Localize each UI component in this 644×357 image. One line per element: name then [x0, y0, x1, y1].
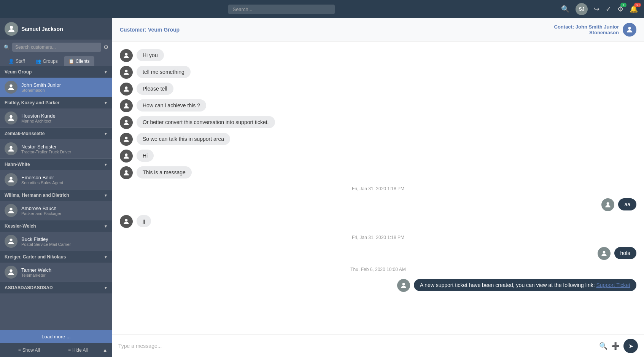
- group-zemlak[interactable]: Zemlak-Morissette ▼: [0, 128, 112, 139]
- customer-buck[interactable]: Buck Flatley Postal Service Mail Carrier: [0, 232, 112, 251]
- load-more-button[interactable]: Load more ...: [0, 330, 112, 343]
- nav-tabs: 👤 Staff 👥 Groups 📋 Clients: [0, 55, 112, 66]
- message-row: Please tell: [120, 83, 636, 96]
- customer-houston-role: Marine Architect: [21, 119, 56, 123]
- chevron-kessler: ▼: [104, 224, 108, 228]
- message-row: This is a message: [120, 166, 636, 179]
- tab-groups[interactable]: 👥 Groups: [31, 56, 62, 66]
- customers-list: Veum Group ▼ John Smith Junior Stonemaso…: [0, 66, 112, 330]
- group-willms[interactable]: Willms, Hermann and Dietrich ▼: [0, 190, 112, 201]
- message-row: So we can talk this in support area: [120, 133, 636, 146]
- contact-name-link[interactable]: John Smith Junior: [576, 24, 619, 30]
- customer-ambrose[interactable]: Ambrose Bauch Packer and Packager: [0, 201, 112, 220]
- customer-emerson-name: Emerson Beier: [21, 175, 63, 180]
- group-kessler[interactable]: Kessler-Welch ▼: [0, 220, 112, 232]
- hide-all-button[interactable]: ≡ Hide All: [54, 347, 103, 353]
- send-button[interactable]: ➤: [623, 339, 638, 353]
- msg-avatar: [120, 83, 133, 96]
- svg-point-10: [125, 70, 128, 72]
- msg-avatar: [120, 215, 133, 228]
- customer-buck-name: Buck Flatley: [21, 236, 71, 242]
- user-avatar: SJ: [576, 3, 588, 15]
- group-hahn[interactable]: Hahn-White ▼: [0, 159, 112, 170]
- svg-point-15: [125, 153, 128, 156]
- group-kreiger[interactable]: Kreiger, Carter and Nikolaus ▼: [0, 251, 112, 263]
- tab-staff[interactable]: 👤 Staff: [4, 56, 29, 66]
- svg-point-5: [10, 208, 12, 210]
- svg-point-4: [10, 177, 12, 180]
- message-row-right: aa: [120, 198, 636, 211]
- hide-all-label: Hide All: [72, 347, 88, 353]
- system-msg-text: A new support ticket have been created, …: [420, 282, 596, 288]
- svg-point-18: [125, 219, 128, 222]
- customer-nestor[interactable]: Nestor Schuster Tractor-Trailer Truck Dr…: [0, 139, 112, 159]
- message-row: tell me something: [120, 66, 636, 79]
- avatar-nav[interactable]: SJ: [576, 3, 588, 15]
- staff-icon: 👤: [8, 59, 14, 64]
- tab-clients[interactable]: 📋 Clients: [64, 56, 94, 66]
- svg-point-7: [10, 269, 12, 272]
- msg-bubble: Please tell: [137, 83, 173, 95]
- search-chat-icon[interactable]: 🔍: [599, 342, 607, 350]
- svg-point-12: [125, 103, 128, 106]
- group-hahn-label: Hahn-White: [5, 162, 30, 167]
- sidebar: Samuel Jackson 🔍 ⚙ 👤 Staff 👥 Groups 📋 Cl…: [0, 18, 112, 357]
- chevron-veum: ▼: [104, 70, 108, 74]
- group-willms-label: Willms, Hermann and Dietrich: [5, 193, 69, 198]
- group-kessler-label: Kessler-Welch: [5, 223, 36, 229]
- clients-icon: 📋: [68, 59, 74, 64]
- msg-avatar-system: [397, 279, 410, 292]
- support-ticket-link[interactable]: Support Ticket: [596, 282, 631, 288]
- group-veum[interactable]: Veum Group ▼: [0, 66, 112, 78]
- customer-tanner[interactable]: Tanner Welch Telemarketer: [0, 263, 112, 282]
- msg-bubble: tell me something: [137, 66, 191, 78]
- customer-name-link[interactable]: Veum Group: [148, 27, 180, 33]
- customer-john-smith-avatar: [5, 81, 17, 94]
- hide-all-icon: ≡: [68, 347, 71, 353]
- groups-icon: 👥: [35, 59, 41, 64]
- show-all-button[interactable]: ≡ Show All: [5, 347, 54, 353]
- customer-emerson[interactable]: Emerson Beier Securities Sales Agent: [0, 170, 112, 190]
- customer-emerson-role: Securities Sales Agent: [21, 180, 63, 185]
- chevron-zemlak: ▼: [104, 132, 108, 136]
- search-icon[interactable]: 🔍: [561, 5, 569, 13]
- customer-john-smith-role: Stonemason: [21, 88, 61, 92]
- customer-tanner-info: Tanner Welch Telemarketer: [21, 267, 51, 277]
- chat-message-input[interactable]: [118, 341, 595, 351]
- contact-avatar: [623, 23, 636, 37]
- svg-point-20: [402, 283, 405, 285]
- footer-chevron-up[interactable]: ▲: [102, 347, 108, 353]
- customer-houston[interactable]: Houston Kunde Marine Architect: [0, 108, 112, 128]
- message-row-system: A new support ticket have been created, …: [120, 279, 636, 292]
- customer-ambrose-role: Packer and Packager: [21, 211, 61, 216]
- msg-bubble: jj: [137, 215, 151, 227]
- svg-point-2: [10, 115, 12, 118]
- customer-buck-avatar: [5, 235, 17, 248]
- sidebar-user-avatar: [5, 22, 18, 36]
- sidebar-gear-icon[interactable]: ⚙: [103, 44, 108, 51]
- sidebar-header: Samuel Jackson: [0, 18, 112, 40]
- nav-icons: 🔍 SJ ↪ ✓ ⚙ 1 🔔 60: [561, 3, 638, 15]
- sidebar-footer: ≡ Show All ≡ Hide All ▲: [0, 343, 112, 357]
- msg-avatar-right: [601, 198, 614, 211]
- svg-point-9: [125, 53, 128, 56]
- forward-icon[interactable]: ↪: [594, 5, 599, 13]
- message-row: Hi you: [120, 49, 636, 62]
- sidebar-user-name: Samuel Jackson: [21, 26, 63, 32]
- tab-groups-label: Groups: [43, 59, 57, 64]
- customer-ambrose-info: Ambrose Bauch Packer and Packager: [21, 206, 61, 216]
- customer-john-smith[interactable]: John Smith Junior Stonemason: [0, 78, 112, 97]
- msg-avatar: [120, 49, 133, 62]
- checkmark-icon[interactable]: ✓: [606, 5, 611, 13]
- add-attachment-icon[interactable]: ➕: [611, 342, 620, 350]
- chat-header-left: Customer: Veum Group: [120, 27, 180, 33]
- group-asdsad[interactable]: ASDASDASDASDSAD ▼: [0, 282, 112, 293]
- notification-icon[interactable]: 🔔 60: [630, 5, 638, 13]
- chat-header: Customer: Veum Group Contact: John Smith…: [112, 18, 644, 41]
- group-flatley[interactable]: Flatley, Kozey and Parker ▼: [0, 97, 112, 108]
- global-search-input[interactable]: [228, 5, 335, 14]
- customer-search-input[interactable]: [12, 43, 101, 52]
- settings-icon[interactable]: ⚙ 1: [617, 5, 623, 13]
- settings-badge: 1: [620, 3, 627, 7]
- tab-staff-label: Staff: [16, 59, 25, 64]
